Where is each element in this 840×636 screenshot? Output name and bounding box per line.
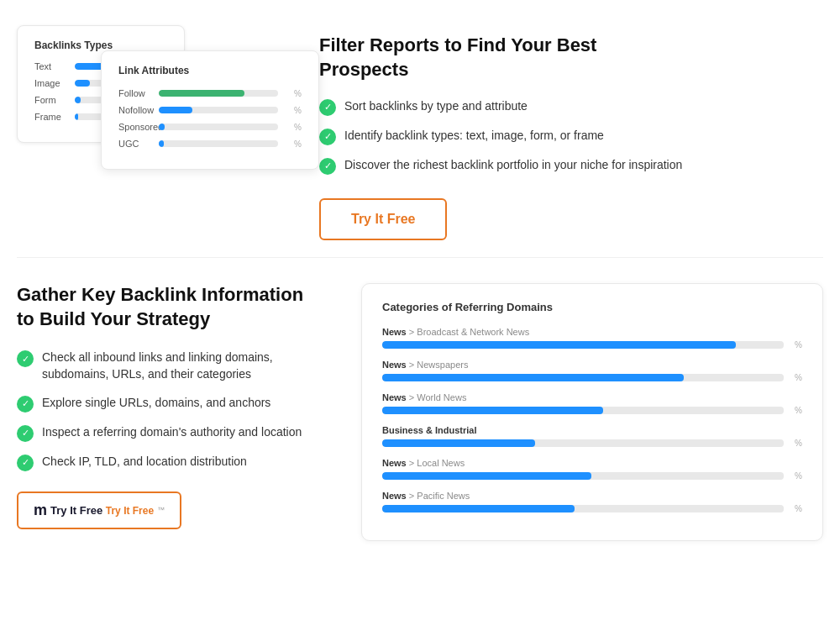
link-attr-title: Link Attributes xyxy=(118,65,302,76)
cat-row-1: News > Newspapers % xyxy=(382,360,802,382)
check-icon-3: ✓ xyxy=(319,158,336,175)
top-feature-3: ✓ Discover the richest backlink portfoli… xyxy=(319,157,815,175)
bar-fill-nofollow xyxy=(159,107,192,113)
bar-fill-image xyxy=(75,80,90,87)
bottom-feature-2: ✓ Explore single URLs, domains, and anch… xyxy=(17,395,319,413)
manychat-m-letter: m xyxy=(34,502,47,519)
section-divider xyxy=(17,257,823,258)
bar-percent-nofollow: % xyxy=(285,106,302,115)
check-icon-b3: ✓ xyxy=(17,425,34,442)
check-icon-b4: ✓ xyxy=(17,455,34,471)
bar-fill-form xyxy=(75,97,81,103)
bar-label-text: Text xyxy=(34,61,68,71)
cat-label-5: News > Pacific News xyxy=(382,491,802,501)
check-icon-b1: ✓ xyxy=(17,350,34,367)
cat-bar-fill-2 xyxy=(382,407,603,414)
cat-label-3: Business & Industrial xyxy=(382,425,802,435)
left-panel: Backlinks Types Text % Image % For xyxy=(17,25,286,240)
cat-bar-fill-1 xyxy=(382,374,684,381)
backlinks-card-title: Backlinks Types xyxy=(34,39,167,51)
categories-title: Categories of Referring Domains xyxy=(382,301,802,313)
bar-row-ugc: UGC % xyxy=(118,139,302,149)
cat-bar-fill-3 xyxy=(382,439,535,447)
try-it-free-label: Try It Free xyxy=(106,505,154,517)
check-icon-2: ✓ xyxy=(319,129,336,145)
bar-label-image: Image xyxy=(34,78,68,88)
top-try-free-button[interactable]: Try It Free xyxy=(319,198,447,240)
cat-label-1: News > Newspapers xyxy=(382,360,802,370)
bar-label-form: Form xyxy=(34,95,68,105)
cat-label-2: News > World News xyxy=(382,392,802,402)
bar-track-ugc xyxy=(159,140,278,147)
top-heading: Filter Reports to Find Your Best Prospec… xyxy=(319,34,655,81)
cat-bar-fill-5 xyxy=(382,505,575,512)
cat-row-4: News > Local News % xyxy=(382,458,802,481)
cat-label-0: News > Broadcast & Network News xyxy=(382,327,802,337)
bar-track-nofollow xyxy=(159,107,278,113)
top-feature-list: ✓ Sort backlinks by type and attribute ✓… xyxy=(319,98,815,175)
bar-track-sponsored xyxy=(159,124,278,130)
bar-percent-ugc: % xyxy=(285,139,302,149)
check-icon-b2: ✓ xyxy=(17,396,34,413)
cat-bar-fill-4 xyxy=(382,472,591,480)
bar-fill-sponsored xyxy=(159,124,165,130)
cat-row-2: News > World News % xyxy=(382,392,802,415)
bottom-feature-list: ✓ Check all inbound links and linking do… xyxy=(17,350,319,470)
bar-label-sponsored: Sponsored xyxy=(118,122,152,132)
check-icon-1: ✓ xyxy=(319,99,336,116)
cat-bar-fill-0 xyxy=(382,341,736,349)
page-wrapper: Backlinks Types Text % Image % For xyxy=(0,0,840,636)
bar-label-ugc: UGC xyxy=(118,139,152,149)
bar-track-follow xyxy=(159,90,278,97)
bar-label-nofollow: Nofollow xyxy=(118,105,152,115)
cat-row-5: News > Pacific News % xyxy=(382,491,802,513)
right-panel: Filter Reports to Find Your Best Prospec… xyxy=(302,25,815,240)
bar-label-frame: Frame xyxy=(34,112,68,122)
bottom-cta-button[interactable]: m Try It Free Try It Free ™ xyxy=(17,491,181,529)
cat-label-4: News > Local News xyxy=(382,458,802,468)
top-feature-2: ✓ Identify backlink types: text, image, … xyxy=(319,128,815,145)
bottom-feature-4: ✓ Check IP, TLD, and location distributi… xyxy=(17,454,319,471)
bar-fill-ugc xyxy=(159,140,164,147)
bottom-feature-3: ✓ Inspect a referring domain's authority… xyxy=(17,424,319,442)
manychat-logo: m Try It Free Try It Free ™ xyxy=(34,502,165,519)
manychat-tm: ™ xyxy=(157,506,165,514)
top-feature-1: ✓ Sort backlinks by type and attribute xyxy=(319,98,815,116)
categories-card: Categories of Referring Domains News > B… xyxy=(361,283,823,541)
bar-percent-follow: % xyxy=(285,89,302,98)
bottom-section: Gather Key Backlink Information to Build… xyxy=(0,266,840,566)
top-section: Backlinks Types Text % Image % For xyxy=(0,0,840,257)
bar-row-nofollow: Nofollow % xyxy=(118,105,302,115)
bottom-heading: Gather Key Backlink Information to Build… xyxy=(17,283,319,331)
cat-row-0: News > Broadcast & Network News % xyxy=(382,327,802,350)
manychat-text: Try It Free Try It Free xyxy=(50,504,154,517)
cat-row-3: Business & Industrial % xyxy=(382,425,802,448)
bar-row-follow: Follow % xyxy=(118,88,302,98)
link-attributes-card: Link Attributes Follow % Nofollow % xyxy=(101,50,319,170)
bar-percent-sponsored: % xyxy=(285,123,302,132)
bottom-left: Gather Key Backlink Information to Build… xyxy=(17,283,336,541)
bar-row-sponsored: Sponsored % xyxy=(118,122,302,132)
bottom-feature-1: ✓ Check all inbound links and linking do… xyxy=(17,350,319,382)
bar-label-follow: Follow xyxy=(118,88,152,98)
bar-fill-frame xyxy=(75,113,78,120)
bar-fill-follow xyxy=(159,90,244,97)
